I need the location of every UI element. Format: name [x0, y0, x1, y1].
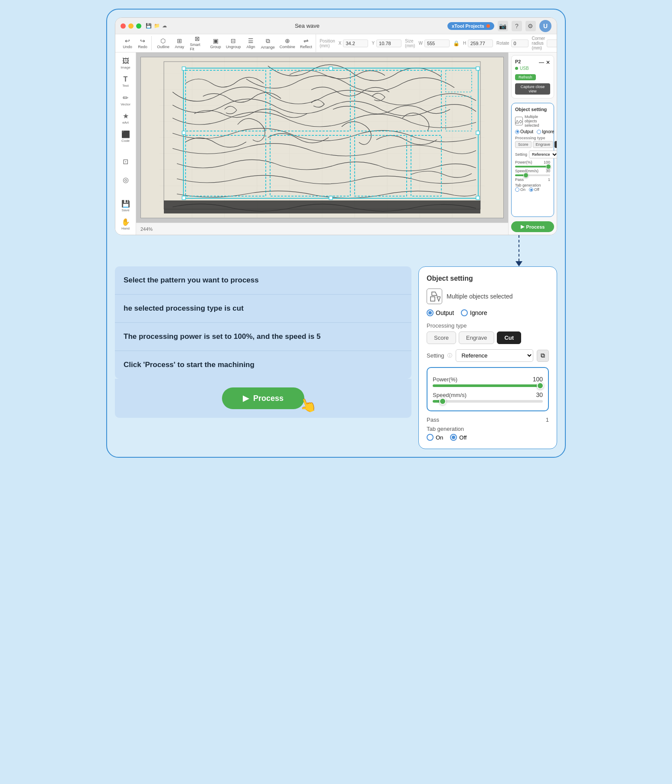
- pass-row: Pass 1: [515, 177, 550, 182]
- power-label-row: Power(%) 100: [515, 160, 550, 164]
- y-input[interactable]: [376, 39, 401, 47]
- lock-icon: 🔒: [453, 40, 460, 46]
- process-button-small[interactable]: ▶ Process: [511, 221, 554, 232]
- title-bar: 💾 📁 ☁ Sea wave xTool Projects 📷 ? ⚙ U: [115, 18, 557, 34]
- text-tool-icon: T: [124, 75, 128, 83]
- tab-on-option[interactable]: On: [515, 187, 525, 192]
- big-output-radio[interactable]: [427, 309, 434, 316]
- minimize-panel-icon[interactable]: —: [539, 59, 544, 66]
- tool-code[interactable]: ⬛ Code: [117, 128, 134, 144]
- outline-button[interactable]: ⬡ Outline: [155, 36, 171, 50]
- power-slider-thumb[interactable]: [546, 164, 551, 169]
- w-input[interactable]: [424, 39, 450, 47]
- h-input[interactable]: [468, 39, 493, 47]
- tool-text[interactable]: T Text: [117, 73, 134, 90]
- smart-fit-button[interactable]: ⊠ Smart Fit: [188, 34, 207, 52]
- score-button[interactable]: Score: [515, 141, 532, 148]
- array-button[interactable]: ⊞ Array: [173, 36, 186, 50]
- x-input[interactable]: [343, 39, 368, 47]
- big-copy-button[interactable]: ⧉: [537, 350, 549, 362]
- pro-dot: [486, 24, 490, 28]
- setting-select[interactable]: Reference: [529, 151, 557, 158]
- big-tab-on-radio[interactable]: [427, 434, 434, 441]
- smart-fit-icon: ⊠: [195, 35, 200, 42]
- user-avatar[interactable]: U: [539, 20, 551, 32]
- maximize-button[interactable]: [136, 23, 141, 29]
- h-field-group: H: [463, 39, 493, 47]
- tab-off-label: Off: [534, 187, 539, 192]
- output-radio[interactable]: [515, 130, 519, 134]
- speed-slider-track[interactable]: [515, 174, 550, 176]
- big-speed-track[interactable]: [433, 400, 543, 403]
- obj-label: Multiple objects selected: [525, 115, 550, 128]
- w-label: W: [418, 41, 422, 46]
- big-output-option[interactable]: Output: [427, 309, 454, 316]
- reflect-button[interactable]: ⇌ Reflect: [298, 36, 314, 50]
- align-button[interactable]: ☰ Align: [244, 36, 258, 50]
- ignore-option[interactable]: Ignore: [537, 129, 554, 134]
- big-speed-thumb[interactable]: [439, 398, 446, 405]
- tool-save[interactable]: 💾 Save: [117, 197, 134, 214]
- instruction-text-4: Click 'Process' to start the machining: [124, 361, 254, 369]
- output-ignore-row: Output Ignore: [515, 129, 550, 134]
- main-area: 🖼 Image T Text ✏ Vector ★ eArt ⬛ Code: [115, 52, 557, 235]
- arrange-button[interactable]: ⧉ Arrange: [259, 36, 277, 51]
- big-tab-on-option[interactable]: On: [427, 434, 443, 441]
- big-play-icon: ▶: [243, 394, 249, 403]
- cut-button[interactable]: Cut: [555, 141, 557, 148]
- big-power-track[interactable]: [433, 384, 543, 387]
- rotate-input[interactable]: [511, 39, 528, 47]
- refresh-button[interactable]: Refresh: [515, 74, 536, 80]
- ignore-radio[interactable]: [537, 130, 541, 134]
- tab-off-option[interactable]: Off: [529, 187, 539, 192]
- combine-button[interactable]: ⊕ Combine: [278, 36, 297, 50]
- big-engrave-button[interactable]: Engrave: [459, 331, 494, 344]
- corner-input[interactable]: [547, 39, 557, 47]
- big-on-label: On: [436, 434, 443, 441]
- engrave-button[interactable]: Engrave: [533, 141, 554, 148]
- camera-icon[interactable]: 📷: [498, 21, 508, 31]
- tab-off-radio[interactable]: [529, 187, 533, 192]
- vector-tool-label: Vector: [121, 102, 130, 106]
- big-process-button[interactable]: ▶ Process 👆: [222, 387, 304, 409]
- settings-icon[interactable]: ⚙: [525, 21, 536, 31]
- tool-target[interactable]: ◎: [117, 172, 134, 188]
- toolbar-icon-folder: 📁: [154, 23, 160, 29]
- tool-eart[interactable]: ★ eArt: [117, 110, 134, 126]
- tool-vector[interactable]: ✏ Vector: [117, 92, 134, 108]
- output-option[interactable]: Output: [515, 129, 533, 134]
- big-tab-off-option[interactable]: Off: [450, 434, 466, 441]
- xtool-projects-badge[interactable]: xTool Projects: [447, 22, 494, 30]
- svg-rect-37: [476, 196, 480, 200]
- big-ignore-radio[interactable]: [461, 309, 468, 316]
- tool-hand[interactable]: ✋ Hand: [117, 216, 134, 232]
- toolbar-icon-cloud: ☁: [162, 23, 167, 29]
- canvas-image[interactable]: [141, 57, 503, 218]
- big-tab-off-radio[interactable]: [450, 434, 457, 441]
- ungroup-button[interactable]: ⊟ Ungroup: [224, 36, 243, 50]
- tool-image[interactable]: 🖼 Image: [117, 55, 134, 72]
- big-power-label: Power(%): [433, 376, 457, 383]
- big-power-label-row: Power(%) 100: [433, 376, 543, 383]
- group-button[interactable]: ▣ Group: [208, 36, 223, 50]
- big-setting-select[interactable]: Reference: [456, 349, 533, 362]
- big-power-thumb[interactable]: [537, 382, 544, 389]
- big-cut-button[interactable]: Cut: [497, 331, 521, 344]
- big-ignore-option[interactable]: Ignore: [461, 309, 487, 316]
- pass-value: 1: [548, 177, 550, 182]
- help-icon[interactable]: ?: [512, 21, 522, 31]
- minimize-button[interactable]: [128, 23, 134, 29]
- undo-button[interactable]: ↩ Undo: [121, 36, 134, 50]
- tool-align-center[interactable]: ⊡: [117, 154, 134, 170]
- capture-button[interactable]: Capture close view: [515, 83, 550, 95]
- big-speed-value: 30: [536, 391, 543, 398]
- power-slider-fill: [515, 166, 550, 167]
- redo-button[interactable]: ↪ Redo: [136, 36, 150, 50]
- instruction-text-2: he selected processing type is cut: [124, 304, 244, 312]
- power-slider-track[interactable]: [515, 166, 550, 167]
- big-score-button[interactable]: Score: [427, 331, 456, 344]
- close-button[interactable]: [121, 23, 126, 29]
- tab-on-radio[interactable]: [515, 187, 519, 192]
- close-panel-icon[interactable]: ✕: [546, 59, 550, 66]
- speed-label-row: Speed(mm/s) 30: [515, 169, 550, 173]
